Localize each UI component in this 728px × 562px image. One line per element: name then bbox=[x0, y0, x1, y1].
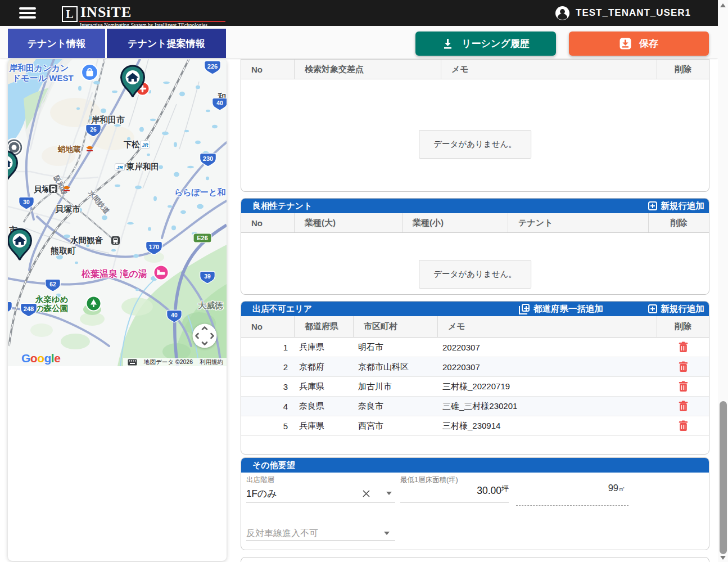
table-row: 2京都府京都市山科区20220307 bbox=[241, 357, 709, 377]
terms-of-use-link[interactable]: 利用規約 bbox=[200, 358, 223, 366]
table-row: 4奈良県奈良市三碓_三村様230201 bbox=[241, 397, 709, 416]
tab-tenant-info[interactable]: テナント情報 bbox=[8, 29, 105, 58]
map-label: 水間観音 bbox=[70, 236, 103, 245]
delete-row-button[interactable] bbox=[657, 361, 709, 372]
table-cell: 2 bbox=[241, 362, 295, 372]
plus-icon bbox=[648, 304, 657, 313]
svg-text:26: 26 bbox=[90, 126, 97, 132]
add-row-button[interactable]: 新規行追加 bbox=[648, 199, 705, 213]
table-header-row: No検索対象交差点メモ削除 bbox=[241, 60, 709, 79]
store-candidate-pin[interactable] bbox=[8, 150, 19, 185]
route-shield: 39 bbox=[198, 269, 216, 287]
table-header-row: No業種(大)業種(小)テナント削除 bbox=[241, 213, 709, 233]
map-label: ドモール WEST bbox=[12, 74, 74, 83]
table-cell: 1 bbox=[241, 343, 295, 352]
table-cell: 京都市山科区 bbox=[354, 362, 438, 372]
map-label: 永楽ゆめ bbox=[35, 295, 69, 304]
tsubo-unit: 坪 bbox=[501, 484, 509, 494]
logo-subtitle: Interactive Nominating System by Intelli… bbox=[80, 23, 248, 28]
store-candidate-pin[interactable] bbox=[120, 65, 146, 100]
table-cell: 西宮市 bbox=[354, 421, 438, 431]
store-candidate-pin[interactable] bbox=[8, 228, 33, 263]
dropdown-caret-icon[interactable] bbox=[386, 492, 392, 495]
delete-row-button[interactable] bbox=[657, 341, 709, 353]
app-root: L INSiTE Interactive Nominating System b… bbox=[0, 0, 728, 562]
floor-level-field[interactable]: 出店階層 1Fのみ bbox=[246, 475, 395, 502]
table-body: データがありません。 bbox=[241, 233, 709, 295]
save-icon bbox=[620, 38, 631, 50]
temple-icon bbox=[85, 145, 94, 155]
svg-text:230: 230 bbox=[203, 155, 213, 161]
vertical-scrollbar[interactable] bbox=[718, 0, 728, 562]
logo-mark: L bbox=[62, 6, 78, 22]
keyboard-shortcuts-icon[interactable] bbox=[128, 359, 137, 366]
jr-station-icon bbox=[140, 141, 150, 151]
map-attribution: 地図データ ©2026 利用規約 bbox=[123, 358, 227, 366]
svg-text:62: 62 bbox=[49, 281, 56, 287]
park-icon bbox=[85, 295, 102, 314]
table-cell: 兵庫県 bbox=[295, 421, 354, 431]
route-shield: 230 bbox=[197, 152, 219, 169]
section-no-store-area: 出店不可エリア 都道府県一括追加 新規行追加 No都道府県市区町村メモ削除 1兵… bbox=[241, 301, 709, 455]
scrollbar-thumb[interactable] bbox=[720, 401, 727, 554]
user-menu[interactable]: TEST_TENANT_USER1 bbox=[555, 0, 691, 26]
bulk-add-prefecture-button[interactable]: 都道府県一括追加 bbox=[519, 302, 603, 316]
leasing-history-button[interactable]: リーシング履歴 bbox=[415, 32, 556, 56]
save-label: 保存 bbox=[639, 37, 658, 50]
map-label: の森公園 bbox=[35, 304, 68, 313]
train-station-icon bbox=[111, 236, 120, 248]
dropdown-caret-icon[interactable] bbox=[384, 532, 390, 535]
table-cell: 兵庫県 bbox=[295, 342, 354, 353]
floor-level-value: 1Fのみ bbox=[246, 487, 362, 500]
route-shield: 26 bbox=[84, 123, 102, 140]
table-cell: 3 bbox=[241, 382, 295, 392]
min-floor-area-field[interactable]: 最低1層床面積(坪) 30.00 坪 bbox=[400, 475, 509, 502]
map-pan-control[interactable] bbox=[192, 323, 218, 351]
trash-icon bbox=[679, 341, 688, 353]
column-header: No bbox=[241, 316, 295, 337]
bulk-add-label: 都道府県一括追加 bbox=[533, 303, 603, 315]
map-label: 下松 bbox=[124, 141, 140, 150]
table-body: 1兵庫県明石市202203072京都府京都市山科区202203073兵庫県加古川… bbox=[241, 338, 709, 436]
no-data-message: データがありません。 bbox=[419, 260, 531, 289]
user-name: TEST_TENANT_USER1 bbox=[576, 7, 691, 19]
route-shield: 62 bbox=[44, 277, 62, 295]
save-button[interactable]: 保存 bbox=[569, 32, 709, 56]
route-shield: E26 bbox=[193, 233, 212, 245]
table-cell: 奈良県 bbox=[295, 401, 354, 412]
google-map[interactable]: JR bbox=[8, 59, 227, 366]
table-cell: 三碓_三村様230201 bbox=[438, 401, 657, 412]
column-header: No bbox=[241, 60, 295, 79]
route-shield: 248 bbox=[18, 302, 39, 320]
download-icon bbox=[442, 38, 454, 50]
tab-tenant-proposal[interactable]: テナント提案情報 bbox=[107, 29, 226, 58]
logo-red-rule bbox=[79, 21, 225, 22]
map-label: 大威徳 bbox=[198, 301, 223, 311]
delete-row-button[interactable] bbox=[657, 381, 709, 392]
scroll-down-arrow[interactable] bbox=[720, 556, 726, 560]
table-cell: 20220307 bbox=[438, 362, 657, 372]
table-cell: 兵庫県 bbox=[295, 381, 354, 392]
delete-row-button[interactable] bbox=[657, 420, 709, 431]
section-title: その他要望 bbox=[241, 460, 295, 471]
section-header: その他要望 bbox=[241, 458, 709, 473]
google-logo: Google bbox=[21, 352, 60, 365]
map-label: 蛸地蔵 bbox=[58, 146, 81, 154]
scroll-up-arrow[interactable] bbox=[720, 3, 726, 7]
column-header: テナント bbox=[508, 213, 649, 232]
clear-icon[interactable] bbox=[362, 489, 370, 498]
next-section-stub bbox=[241, 557, 709, 562]
temple-icon bbox=[62, 185, 71, 195]
table-cell: 京都府 bbox=[295, 362, 354, 372]
logo-title: INSiTE bbox=[80, 4, 132, 21]
section-header: 良相性テナント 新規行追加 bbox=[241, 199, 709, 213]
map-canvas bbox=[8, 59, 227, 366]
delete-row-button[interactable] bbox=[657, 401, 709, 412]
opposite-lane-select[interactable]: 反対車線進入不可 bbox=[246, 526, 395, 541]
add-row-button[interactable]: 新規行追加 bbox=[648, 302, 705, 316]
train-station-icon bbox=[48, 184, 58, 196]
jr-station-icon bbox=[115, 163, 125, 173]
hamburger-menu-icon[interactable] bbox=[19, 7, 36, 19]
map-label: 貝塚 bbox=[34, 185, 50, 194]
column-header: 市区町村 bbox=[354, 316, 438, 337]
